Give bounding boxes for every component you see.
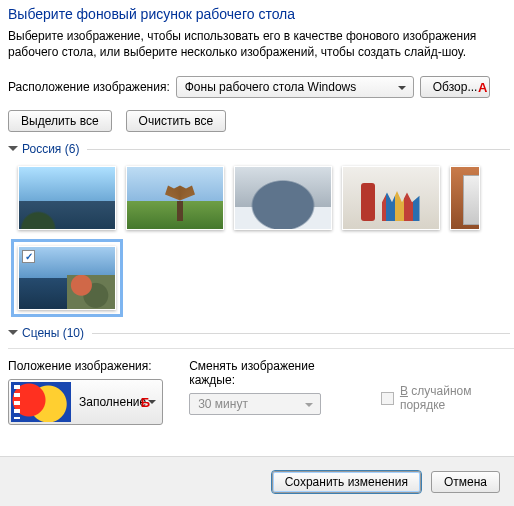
wallpaper-thumb[interactable] — [450, 166, 480, 230]
thumbnail-row-russia-2: ✓ — [8, 244, 514, 324]
interval-column: Сменять изображение каждые: 30 минут — [189, 353, 355, 425]
shuffle-label: В случайном порядке — [400, 384, 514, 412]
divider — [87, 149, 510, 150]
callout-a: А — [478, 80, 487, 95]
page-description: Выберите изображение, чтобы использовать… — [8, 28, 514, 60]
selection-buttons: Выделить все Очистить все — [8, 110, 514, 132]
group-russia-label: Россия (6) — [22, 142, 79, 156]
chevron-down-icon — [8, 330, 18, 340]
position-label: Положение изображения: — [8, 359, 163, 373]
wallpaper-thumb[interactable] — [18, 166, 116, 230]
save-label: Сохранить изменения — [285, 475, 408, 489]
save-button[interactable]: Сохранить изменения — [272, 471, 421, 493]
location-label: Расположение изображения: — [8, 80, 170, 94]
clear-all-label: Очистить все — [139, 114, 213, 128]
location-select[interactable]: Фоны рабочего стола Windows — [176, 76, 414, 98]
interval-label: Сменять изображение каждые: — [189, 359, 355, 387]
interval-value: 30 минут — [198, 397, 248, 411]
group-russia-header[interactable]: Россия (6) — [8, 142, 514, 156]
checkbox-icon — [381, 392, 393, 405]
divider — [92, 333, 510, 334]
checkbox-checked-icon[interactable]: ✓ — [22, 250, 35, 263]
browse-button[interactable]: Обзор... А — [420, 76, 491, 98]
wallpaper-thumb-selected[interactable]: ✓ — [18, 246, 116, 310]
select-all-button[interactable]: Выделить все — [8, 110, 112, 132]
footer-bar: Сохранить изменения Отмена — [0, 456, 514, 506]
page-title: Выберите фоновый рисунок рабочего стола — [8, 6, 514, 22]
cancel-button[interactable]: Отмена — [431, 471, 500, 493]
location-value: Фоны рабочего стола Windows — [185, 80, 357, 94]
clear-all-button[interactable]: Очистить все — [126, 110, 226, 132]
select-all-label: Выделить все — [21, 114, 99, 128]
callout-b: Б — [141, 395, 150, 410]
shuffle-checkbox[interactable]: В случайном порядке — [381, 371, 514, 425]
position-preview-icon — [11, 382, 71, 422]
thumbnail-row-russia — [8, 164, 514, 244]
cancel-label: Отмена — [444, 475, 487, 489]
group-scenes-label: Сцены (10) — [22, 326, 84, 340]
wallpaper-thumb[interactable] — [342, 166, 440, 230]
interval-select[interactable]: 30 минут — [189, 393, 321, 415]
chevron-down-icon — [8, 146, 18, 156]
wallpaper-thumb[interactable] — [126, 166, 224, 230]
position-select[interactable]: Заполнение Б — [8, 379, 163, 425]
group-scenes-header[interactable]: Сцены (10) — [8, 326, 514, 340]
location-row: Расположение изображения: Фоны рабочего … — [8, 76, 514, 98]
browse-label: Обзор... — [433, 80, 478, 94]
options-panel: Положение изображения: Заполнение Б Смен… — [8, 348, 514, 443]
wallpaper-thumb[interactable] — [234, 166, 332, 230]
position-column: Положение изображения: Заполнение Б — [8, 353, 163, 425]
